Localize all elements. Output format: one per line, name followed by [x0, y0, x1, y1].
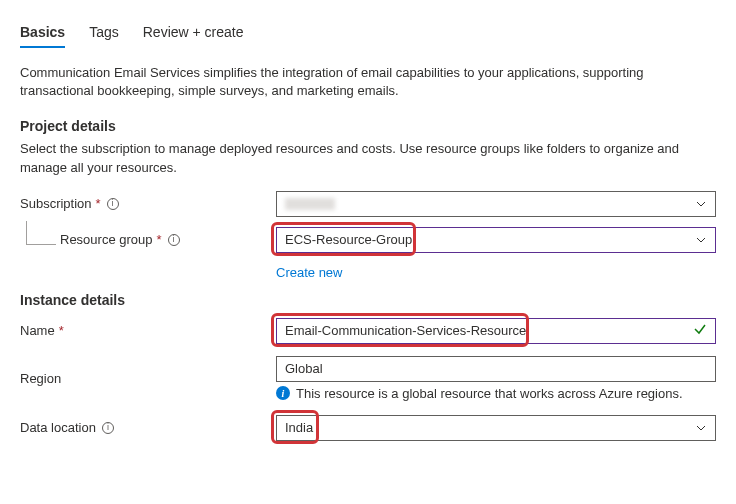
name-row: Name * Email-Communication-Services-Reso… — [20, 318, 716, 344]
instance-details-heading: Instance details — [20, 292, 716, 308]
info-icon[interactable]: i — [168, 234, 180, 246]
info-icon: i — [276, 386, 290, 400]
project-details-heading: Project details — [20, 118, 716, 134]
tab-tags[interactable]: Tags — [89, 20, 119, 48]
tree-connector — [26, 221, 56, 245]
required-asterisk: * — [157, 232, 162, 247]
data-location-label: Data location i — [20, 420, 276, 435]
project-details-desc: Select the subscription to manage deploy… — [20, 140, 716, 176]
subscription-label: Subscription * i — [20, 196, 276, 211]
name-label: Name * — [20, 323, 276, 338]
data-location-row: Data location i India — [20, 415, 716, 441]
info-icon[interactable]: i — [107, 198, 119, 210]
region-row: Region Global i This resource is a globa… — [20, 356, 716, 401]
required-asterisk: * — [59, 323, 64, 338]
name-label-text: Name — [20, 323, 55, 338]
subscription-label-text: Subscription — [20, 196, 92, 211]
region-select[interactable]: Global — [276, 356, 716, 382]
chevron-down-icon — [695, 422, 707, 434]
name-input[interactable]: Email-Communication-Services-Resource — [276, 318, 716, 344]
resource-group-label: Resource group * i — [20, 232, 276, 247]
resource-group-value: ECS-Resource-Group — [285, 232, 412, 247]
create-new-link[interactable]: Create new — [276, 265, 342, 280]
region-value: Global — [285, 361, 323, 376]
region-hint-text: This resource is a global resource that … — [296, 386, 683, 401]
resource-group-row: Resource group * i ECS-Resource-Group — [20, 227, 716, 253]
data-location-select[interactable]: India — [276, 415, 716, 441]
required-asterisk: * — [96, 196, 101, 211]
subscription-row: Subscription * i — [20, 191, 716, 217]
region-label: Region — [20, 371, 276, 386]
chevron-down-icon — [695, 198, 707, 210]
resource-group-label-text: Resource group — [60, 232, 153, 247]
subscription-value-redacted — [285, 198, 335, 210]
info-icon[interactable]: i — [102, 422, 114, 434]
name-value: Email-Communication-Services-Resource — [285, 323, 526, 338]
chevron-down-icon — [695, 234, 707, 246]
check-icon — [693, 322, 707, 339]
tab-basics[interactable]: Basics — [20, 20, 65, 48]
data-location-label-text: Data location — [20, 420, 96, 435]
region-hint-row: i This resource is a global resource tha… — [276, 386, 716, 401]
resource-group-select[interactable]: ECS-Resource-Group — [276, 227, 716, 253]
data-location-value: India — [285, 420, 313, 435]
tabs: Basics Tags Review + create — [20, 20, 716, 48]
region-label-text: Region — [20, 371, 61, 386]
tab-review-create[interactable]: Review + create — [143, 20, 244, 48]
subscription-select[interactable] — [276, 191, 716, 217]
intro-text: Communication Email Services simplifies … — [20, 64, 716, 100]
